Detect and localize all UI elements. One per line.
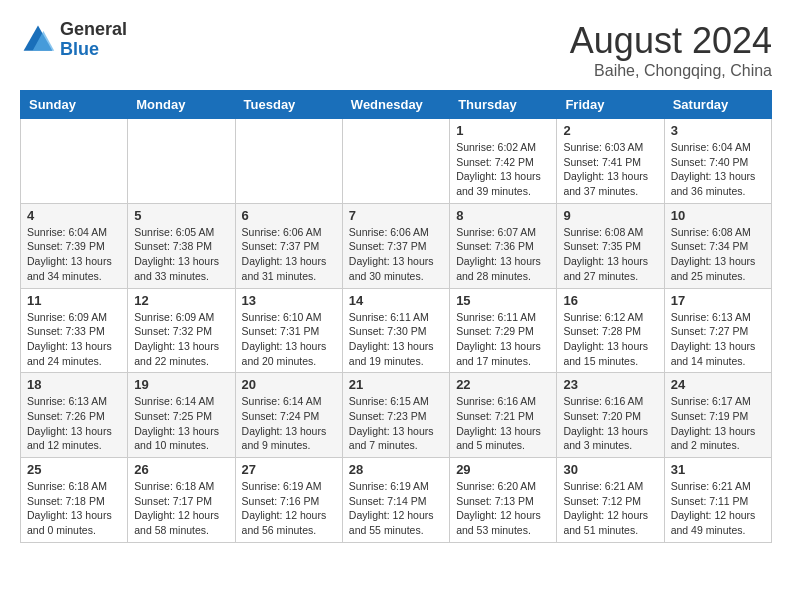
day-info: Sunrise: 6:13 AMSunset: 7:26 PMDaylight:…: [27, 394, 121, 453]
day-number: 29: [456, 462, 550, 477]
calendar-day-cell: 29Sunrise: 6:20 AMSunset: 7:13 PMDayligh…: [450, 458, 557, 543]
calendar-day-cell: 11Sunrise: 6:09 AMSunset: 7:33 PMDayligh…: [21, 288, 128, 373]
logo-blue-text: Blue: [60, 40, 127, 60]
calendar-day-cell: 16Sunrise: 6:12 AMSunset: 7:28 PMDayligh…: [557, 288, 664, 373]
calendar-day-cell: 19Sunrise: 6:14 AMSunset: 7:25 PMDayligh…: [128, 373, 235, 458]
day-number: 1: [456, 123, 550, 138]
day-number: 18: [27, 377, 121, 392]
day-info: Sunrise: 6:16 AMSunset: 7:21 PMDaylight:…: [456, 394, 550, 453]
day-number: 11: [27, 293, 121, 308]
calendar-day-cell: 12Sunrise: 6:09 AMSunset: 7:32 PMDayligh…: [128, 288, 235, 373]
day-number: 15: [456, 293, 550, 308]
day-info: Sunrise: 6:02 AMSunset: 7:42 PMDaylight:…: [456, 140, 550, 199]
calendar-week-row: 4Sunrise: 6:04 AMSunset: 7:39 PMDaylight…: [21, 203, 772, 288]
calendar-day-cell: 4Sunrise: 6:04 AMSunset: 7:39 PMDaylight…: [21, 203, 128, 288]
day-number: 25: [27, 462, 121, 477]
day-info: Sunrise: 6:13 AMSunset: 7:27 PMDaylight:…: [671, 310, 765, 369]
day-number: 5: [134, 208, 228, 223]
day-number: 31: [671, 462, 765, 477]
calendar-day-cell: 8Sunrise: 6:07 AMSunset: 7:36 PMDaylight…: [450, 203, 557, 288]
calendar-header-cell: Wednesday: [342, 91, 449, 119]
day-number: 13: [242, 293, 336, 308]
calendar-day-cell: 10Sunrise: 6:08 AMSunset: 7:34 PMDayligh…: [664, 203, 771, 288]
calendar-day-cell: 1Sunrise: 6:02 AMSunset: 7:42 PMDaylight…: [450, 119, 557, 204]
logo-text: General Blue: [60, 20, 127, 60]
day-info: Sunrise: 6:18 AMSunset: 7:17 PMDaylight:…: [134, 479, 228, 538]
calendar-day-cell: 3Sunrise: 6:04 AMSunset: 7:40 PMDaylight…: [664, 119, 771, 204]
day-number: 10: [671, 208, 765, 223]
day-number: 19: [134, 377, 228, 392]
calendar-header-cell: Sunday: [21, 91, 128, 119]
day-number: 6: [242, 208, 336, 223]
calendar-week-row: 11Sunrise: 6:09 AMSunset: 7:33 PMDayligh…: [21, 288, 772, 373]
day-number: 9: [563, 208, 657, 223]
day-number: 28: [349, 462, 443, 477]
calendar-week-row: 25Sunrise: 6:18 AMSunset: 7:18 PMDayligh…: [21, 458, 772, 543]
day-info: Sunrise: 6:08 AMSunset: 7:34 PMDaylight:…: [671, 225, 765, 284]
calendar-day-cell: 2Sunrise: 6:03 AMSunset: 7:41 PMDaylight…: [557, 119, 664, 204]
day-info: Sunrise: 6:15 AMSunset: 7:23 PMDaylight:…: [349, 394, 443, 453]
day-number: 3: [671, 123, 765, 138]
day-number: 17: [671, 293, 765, 308]
calendar-week-row: 1Sunrise: 6:02 AMSunset: 7:42 PMDaylight…: [21, 119, 772, 204]
location-title: Baihe, Chongqing, China: [570, 62, 772, 80]
day-info: Sunrise: 6:16 AMSunset: 7:20 PMDaylight:…: [563, 394, 657, 453]
day-number: 16: [563, 293, 657, 308]
day-info: Sunrise: 6:11 AMSunset: 7:29 PMDaylight:…: [456, 310, 550, 369]
calendar-day-cell: 13Sunrise: 6:10 AMSunset: 7:31 PMDayligh…: [235, 288, 342, 373]
day-number: 27: [242, 462, 336, 477]
day-info: Sunrise: 6:19 AMSunset: 7:14 PMDaylight:…: [349, 479, 443, 538]
day-number: 20: [242, 377, 336, 392]
day-info: Sunrise: 6:08 AMSunset: 7:35 PMDaylight:…: [563, 225, 657, 284]
calendar-day-cell: 15Sunrise: 6:11 AMSunset: 7:29 PMDayligh…: [450, 288, 557, 373]
page-header: General Blue August 2024 Baihe, Chongqin…: [20, 20, 772, 80]
logo: General Blue: [20, 20, 127, 60]
day-number: 26: [134, 462, 228, 477]
calendar-day-cell: 6Sunrise: 6:06 AMSunset: 7:37 PMDaylight…: [235, 203, 342, 288]
calendar-day-cell: [128, 119, 235, 204]
calendar-day-cell: 26Sunrise: 6:18 AMSunset: 7:17 PMDayligh…: [128, 458, 235, 543]
day-info: Sunrise: 6:06 AMSunset: 7:37 PMDaylight:…: [242, 225, 336, 284]
day-info: Sunrise: 6:10 AMSunset: 7:31 PMDaylight:…: [242, 310, 336, 369]
calendar-day-cell: 23Sunrise: 6:16 AMSunset: 7:20 PMDayligh…: [557, 373, 664, 458]
day-info: Sunrise: 6:09 AMSunset: 7:33 PMDaylight:…: [27, 310, 121, 369]
calendar-day-cell: 7Sunrise: 6:06 AMSunset: 7:37 PMDaylight…: [342, 203, 449, 288]
calendar-day-cell: [235, 119, 342, 204]
day-info: Sunrise: 6:03 AMSunset: 7:41 PMDaylight:…: [563, 140, 657, 199]
day-number: 22: [456, 377, 550, 392]
day-info: Sunrise: 6:12 AMSunset: 7:28 PMDaylight:…: [563, 310, 657, 369]
day-number: 30: [563, 462, 657, 477]
title-area: August 2024 Baihe, Chongqing, China: [570, 20, 772, 80]
day-info: Sunrise: 6:07 AMSunset: 7:36 PMDaylight:…: [456, 225, 550, 284]
month-title: August 2024: [570, 20, 772, 62]
calendar-day-cell: 5Sunrise: 6:05 AMSunset: 7:38 PMDaylight…: [128, 203, 235, 288]
calendar-day-cell: 30Sunrise: 6:21 AMSunset: 7:12 PMDayligh…: [557, 458, 664, 543]
day-number: 12: [134, 293, 228, 308]
day-info: Sunrise: 6:05 AMSunset: 7:38 PMDaylight:…: [134, 225, 228, 284]
calendar-header-cell: Friday: [557, 91, 664, 119]
calendar-day-cell: 14Sunrise: 6:11 AMSunset: 7:30 PMDayligh…: [342, 288, 449, 373]
calendar-day-cell: 20Sunrise: 6:14 AMSunset: 7:24 PMDayligh…: [235, 373, 342, 458]
day-number: 21: [349, 377, 443, 392]
calendar-week-row: 18Sunrise: 6:13 AMSunset: 7:26 PMDayligh…: [21, 373, 772, 458]
calendar-day-cell: 21Sunrise: 6:15 AMSunset: 7:23 PMDayligh…: [342, 373, 449, 458]
day-number: 2: [563, 123, 657, 138]
day-info: Sunrise: 6:11 AMSunset: 7:30 PMDaylight:…: [349, 310, 443, 369]
logo-icon: [20, 22, 56, 58]
day-number: 7: [349, 208, 443, 223]
calendar-header-row: SundayMondayTuesdayWednesdayThursdayFrid…: [21, 91, 772, 119]
calendar-day-cell: 25Sunrise: 6:18 AMSunset: 7:18 PMDayligh…: [21, 458, 128, 543]
calendar-header-cell: Saturday: [664, 91, 771, 119]
calendar-day-cell: [21, 119, 128, 204]
day-info: Sunrise: 6:14 AMSunset: 7:24 PMDaylight:…: [242, 394, 336, 453]
day-number: 4: [27, 208, 121, 223]
calendar-day-cell: 28Sunrise: 6:19 AMSunset: 7:14 PMDayligh…: [342, 458, 449, 543]
day-number: 14: [349, 293, 443, 308]
calendar-day-cell: 18Sunrise: 6:13 AMSunset: 7:26 PMDayligh…: [21, 373, 128, 458]
calendar-header-cell: Monday: [128, 91, 235, 119]
day-number: 24: [671, 377, 765, 392]
day-info: Sunrise: 6:06 AMSunset: 7:37 PMDaylight:…: [349, 225, 443, 284]
calendar-day-cell: [342, 119, 449, 204]
calendar-day-cell: 31Sunrise: 6:21 AMSunset: 7:11 PMDayligh…: [664, 458, 771, 543]
day-info: Sunrise: 6:04 AMSunset: 7:39 PMDaylight:…: [27, 225, 121, 284]
